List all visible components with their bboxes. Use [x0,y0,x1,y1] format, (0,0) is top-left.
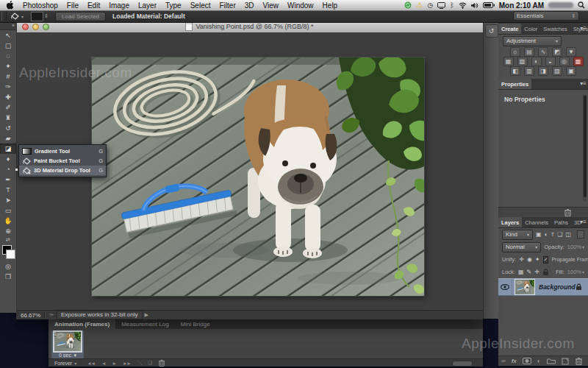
bluetooth-icon[interactable]: ᛒ [450,0,453,10]
posterize-icon[interactable]: ▥ [524,66,534,76]
frame-thumbnail[interactable] [54,332,81,351]
tab-create[interactable]: Create [498,24,521,34]
menu-item[interactable]: Type [161,1,186,10]
user-name-blurred[interactable] [548,2,573,8]
panel-menu-icon[interactable]: ▾≡ [580,25,587,32]
zoom-tool[interactable]: ⊕ [0,226,16,236]
layer-filter-kind-dropdown[interactable]: Kind▾ [502,230,533,240]
shape-tool[interactable]: ▭ [0,205,16,216]
hue-saturation-icon[interactable]: ▦ [503,57,514,66]
history-brush-tool[interactable]: ↺ [0,123,16,133]
filter-pixel-layers-icon[interactable]: ▣ [536,231,542,238]
menu-bar-clock[interactable]: Mon 2:10 AM [499,1,544,10]
flyout-item-3d-material-drop-tool[interactable]: 3D Material Drop Tool G [19,166,106,175]
move-tool[interactable]: ↖ [0,30,16,40]
brightness-contrast-icon[interactable]: ☼ [510,47,520,57]
duplicate-frame-button[interactable]: ❏ [148,360,151,366]
menu-item[interactable]: Filter [215,1,240,10]
add-layer-mask-icon[interactable] [523,358,531,364]
material-swatch[interactable] [31,12,43,21]
loop-count-dropdown[interactable]: Forever▾ [54,361,76,366]
apple-menu-icon[interactable] [7,1,14,10]
curves-icon[interactable]: ∿ [538,47,548,57]
hand-tool[interactable]: ✋ [0,216,16,226]
layer-thumbnail[interactable] [515,280,534,294]
blur-tool[interactable]: ♦ [0,154,16,164]
status-info-icon[interactable]: ✑ [49,312,54,318]
tab-mini-bridge[interactable]: Mini Bridge [175,319,216,329]
time-machine-icon[interactable]: ◷ [427,0,433,10]
frames-scrollbar-grip[interactable] [452,361,473,367]
frame-delay-dropdown[interactable]: 0 sec. ▾ [51,353,84,358]
layer-style-icon[interactable]: fx [512,358,517,364]
material-stepper[interactable]: ⇕ [44,13,49,19]
layer-filter-toggle[interactable] [577,230,584,238]
opacity-value[interactable]: 100%▾ [567,244,584,250]
invert-icon[interactable]: ◧ [510,66,520,76]
menu-item[interactable]: Photoshop [18,1,62,10]
menu-item[interactable]: Help [318,1,343,10]
scrollbar-thumb[interactable] [584,96,587,197]
tab-properties[interactable]: Properties [498,79,531,89]
new-group-icon[interactable] [547,358,556,364]
blend-mode-dropdown[interactable]: Normal▾ [502,242,541,252]
play-button[interactable]: ► [112,361,115,366]
color-balance-icon[interactable]: ▧ [517,57,528,66]
unify-style-icon[interactable]: ✦ [535,256,540,263]
flyout-item-gradient-tool[interactable]: Gradient Tool G [19,146,106,156]
threshold-icon[interactable]: ◨ [538,66,548,76]
menu-item[interactable]: Edit [83,1,104,10]
filter-type-layers-icon[interactable]: T [551,231,554,238]
healing-brush-tool[interactable]: ✚ [0,92,16,102]
tab-measurement-log[interactable]: Measurement Log [115,319,174,329]
canvas-photo-bulldog[interactable] [92,57,424,296]
adjustment-dropdown[interactable]: Adjustment▾ [503,36,562,46]
display-icon[interactable] [437,2,445,9]
lock-position-icon[interactable]: ✛ [534,269,539,275]
layer-visibility-toggle[interactable] [498,279,512,295]
tab-animation-frames[interactable]: Animation (Frames) [49,319,115,329]
path-selection-tool[interactable]: ➤ [0,195,16,205]
dodge-tool[interactable]: ◔ [0,164,16,174]
unify-position-icon[interactable]: ✛ [519,256,524,263]
next-frame-button[interactable]: ►► [123,361,131,366]
menu-item[interactable]: View [259,1,284,10]
tab-layers[interactable]: Layers [498,217,522,227]
channel-mixer-icon[interactable]: ◎ [559,57,570,66]
tab-swatches[interactable]: Swatches [540,24,570,34]
black-white-icon[interactable]: ◐ [531,57,542,66]
workspace-switcher[interactable]: Essentials⇕ [513,11,579,21]
zoom-level-field[interactable]: 66.67% [21,312,40,319]
previous-frame-button[interactable]: ◄ [101,361,105,366]
lock-all-icon[interactable] [542,269,549,276]
menu-item[interactable]: Window [283,1,318,10]
swap-colors-icon[interactable]: ⇄ [0,236,16,244]
panel-menu-icon[interactable]: ▾≡ [580,80,587,88]
load-selected-button[interactable]: Load Selected [55,12,106,21]
quick-mask-button[interactable]: ◎ [0,261,16,272]
propagate-frame-checkbox[interactable]: ✓ [543,256,549,263]
history-panel-icon[interactable]: ↺ [485,24,498,38]
delete-layer-icon[interactable] [575,357,583,365]
sync-status-icon[interactable] [404,1,412,9]
selective-color-icon[interactable]: ▣ [566,66,576,76]
3d-material-drop-tool[interactable]: ◪ [0,144,16,154]
lasso-tool[interactable]: ◌ [0,51,16,61]
levels-icon[interactable]: ▤ [524,47,534,57]
unify-visibility-icon[interactable]: ◉ [527,256,532,263]
menu-item[interactable]: Image [104,1,134,10]
layer-name[interactable]: Background [539,283,576,291]
delete-frame-button[interactable] [158,359,165,367]
gradient-map-icon[interactable]: ▨ [552,66,562,76]
pen-tool[interactable]: ✒ [0,174,16,185]
clone-stamp-tool[interactable]: ♜ [0,113,16,123]
flyout-item-paint-bucket-tool[interactable]: Paint Bucket Tool G [19,156,106,166]
photo-filter-icon[interactable]: ◒ [545,57,556,66]
crop-tool[interactable]: # [0,71,16,82]
battery-icon[interactable] [483,2,495,8]
link-layers-icon[interactable]: ∞ [501,358,506,364]
vibrance-icon[interactable]: ▼ [566,47,576,57]
toolbar-collapse-button[interactable]: » [0,22,16,30]
layer-row-background[interactable]: Background [498,278,588,296]
menu-item[interactable]: 3D [240,1,259,10]
